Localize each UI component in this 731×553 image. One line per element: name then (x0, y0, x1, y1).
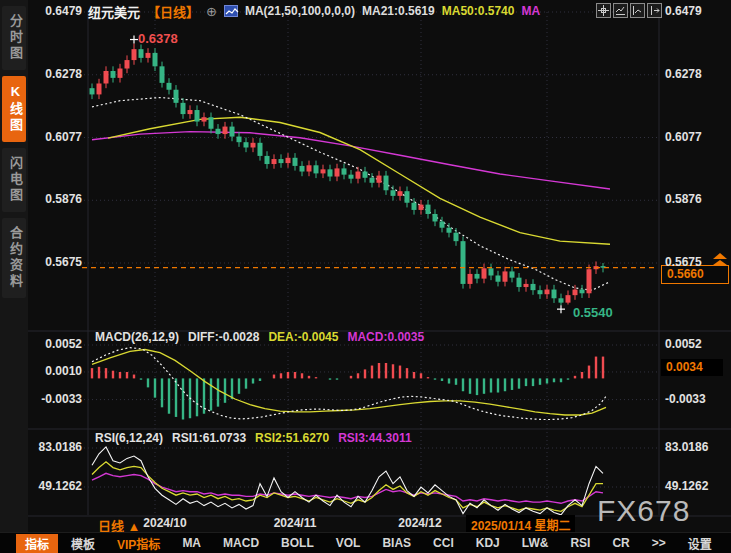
ma21-value: MA21:0.5619 (362, 4, 435, 18)
symbol-name: 纽元美元 (88, 2, 140, 21)
toolbar-item-2[interactable]: 模板 (62, 534, 104, 553)
month-label: 2024/12 (398, 516, 441, 530)
toolbar-item-9[interactable]: CCI (424, 535, 463, 551)
pane-expand-icon[interactable] (647, 3, 662, 18)
toolbar-item-10[interactable]: KDJ (467, 535, 509, 551)
macd-macd-value: MACD:0.0035 (347, 330, 424, 344)
macd-dea-value: DEA:-0.0045 (268, 330, 338, 344)
chart-header: 纽元美元 【日线】 ⊕ MA(21,50,100,0,0,0) MA21:0.5… (88, 2, 540, 20)
sidebar-tab-4[interactable]: 合约资料 (2, 218, 26, 298)
toolbar-item-15[interactable]: 设置 (679, 534, 721, 553)
sidebar-tab-1[interactable]: 分时图 (2, 6, 26, 70)
rsi-header: RSI(6,12,24) RSI1:61.0733 RSI2:51.6270 R… (95, 431, 412, 445)
toolbar-item-11[interactable]: LW& (513, 535, 558, 551)
toolbar-item-6[interactable]: BOLL (272, 535, 323, 551)
add-overlay-icon[interactable]: ⊕ (206, 4, 217, 19)
crosshair-icon[interactable] (596, 3, 611, 18)
ma100-value: MA (521, 4, 540, 18)
toolbar-item-4[interactable]: MA (173, 535, 210, 551)
indicator-toolbar: 指标模板VIP指标MAMACDBOLLVOLBIASCCIKDJLW&RSICR… (0, 532, 731, 553)
sidebar-tab-2[interactable]: K线图 (2, 76, 26, 142)
month-label: 2024/11 (274, 516, 317, 530)
pane-chart-icon[interactable] (613, 3, 628, 18)
toolbar-item-13[interactable]: CR (603, 535, 638, 551)
rsi2-value: RSI2:51.6270 (255, 431, 329, 445)
toolbar-item-3[interactable]: VIP指标 (108, 534, 169, 553)
mini-chart-icon[interactable] (224, 5, 238, 17)
macd-diff-value: DIFF:-0.0028 (188, 330, 259, 344)
period-tag[interactable]: 【日线】 (147, 2, 199, 21)
macd-title: MACD(26,12,9) (95, 330, 179, 344)
trading-app-window: 分时图K线图闪电图合约资料 纽元美元 【日线】 ⊕ MA(21,50,100,0… (0, 0, 731, 553)
toolbar-item-8[interactable]: BIAS (373, 535, 420, 551)
rsi1-value: RSI1:61.0733 (172, 431, 246, 445)
rsi-title: RSI(6,12,24) (95, 431, 163, 445)
ma-settings-label: MA(21,50,100,0,0,0) (245, 4, 355, 18)
left-sidebar: 分时图K线图闪电图合约资料 (0, 0, 28, 553)
chart-plot-area[interactable] (0, 0, 731, 553)
chart-tool-icons (596, 3, 662, 18)
toolbar-item-12[interactable]: RSI (561, 535, 599, 551)
fx678-watermark: FX678 (597, 494, 690, 528)
toolbar-item-1[interactable]: 指标 (16, 534, 58, 553)
ma50-value: MA50:0.5740 (442, 4, 515, 18)
macd-header: MACD(26,12,9) DIFF:-0.0028 DEA:-0.0045 M… (95, 330, 424, 344)
month-label: 2024/10 (143, 516, 186, 530)
sidebar-tab-3[interactable]: 闪电图 (2, 148, 26, 212)
toolbar-item-14[interactable]: >> (643, 535, 675, 551)
toolbar-item-5[interactable]: MACD (214, 535, 268, 551)
rsi3-value: RSI3:44.3011 (338, 431, 411, 445)
pane-indicator-icon[interactable] (630, 3, 645, 18)
toolbar-item-7[interactable]: VOL (327, 535, 370, 551)
